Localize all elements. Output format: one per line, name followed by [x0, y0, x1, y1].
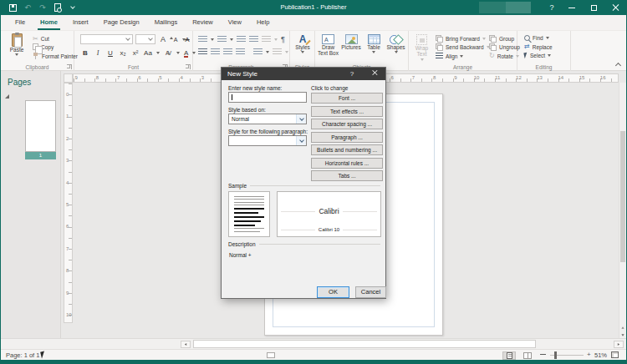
tab-mailings[interactable]: Mailings — [147, 15, 186, 30]
subscript-button[interactable]: x₂ — [119, 48, 127, 58]
wrap-text-button[interactable]: Wrap Text — [411, 34, 432, 61]
bullets-numbering-button[interactable]: Bullets and numbering ... — [311, 144, 383, 155]
bring-forward-button[interactable]: Bring Forward — [436, 35, 486, 43]
clear-formatting-button[interactable]: A — [183, 34, 191, 44]
vertical-scrollbar-thumb[interactable] — [620, 131, 625, 262]
group-button[interactable]: Group — [489, 35, 514, 43]
styles-button[interactable]: A Styles — [292, 34, 314, 53]
horizontal-rules-button[interactable]: Horizontal rules ... — [311, 158, 383, 169]
customize-qat-button[interactable] — [68, 3, 78, 13]
tab-insert[interactable]: Insert — [65, 15, 96, 30]
format-painter-button[interactable]: Format Painter — [33, 53, 78, 59]
show-formatting-button[interactable]: ¶ — [281, 35, 285, 43]
scroll-up-button[interactable] — [619, 324, 626, 331]
find-button[interactable]: Find — [524, 35, 549, 41]
font-size-combobox[interactable] — [135, 34, 155, 44]
dialog-title-bar[interactable]: New Style ? — [222, 68, 385, 80]
single-page-view-button[interactable] — [502, 351, 516, 360]
vertical-ruler[interactable]: 012345678910 — [64, 83, 73, 323]
character-spacing-button[interactable]: AV — [164, 48, 172, 58]
scroll-down-button[interactable] — [619, 331, 626, 338]
zoom-level[interactable]: 51% — [594, 351, 607, 359]
close-button[interactable] — [604, 0, 626, 15]
style-name-input[interactable] — [228, 92, 307, 103]
font-button[interactable]: Font ... — [311, 93, 383, 104]
increase-indent-icon[interactable] — [249, 36, 258, 43]
cut-button[interactable]: ✂Cut — [33, 35, 49, 43]
collapse-ribbon-icon[interactable] — [615, 63, 621, 68]
arrow-up-icon — [621, 326, 624, 328]
align-button[interactable]: Align — [436, 53, 463, 60]
ungroup-button[interactable]: Ungroup — [489, 43, 520, 51]
columns-icon[interactable] — [262, 36, 271, 43]
decrease-indent-icon[interactable] — [237, 36, 246, 43]
tab-home[interactable]: Home — [33, 15, 65, 30]
zoom-in-button[interactable]: + — [587, 351, 591, 358]
redo-button[interactable]: ↷ — [38, 3, 48, 13]
fit-page-icon[interactable] — [611, 351, 619, 358]
dialog-help-button[interactable]: ? — [345, 68, 359, 80]
maximize-button[interactable] — [583, 0, 604, 15]
draw-text-box-button[interactable]: A Draw Text Box — [317, 34, 339, 57]
two-page-view-button[interactable] — [521, 351, 534, 360]
horizontal-scrollbar[interactable] — [1, 338, 626, 349]
vertical-scrollbar[interactable] — [619, 83, 626, 338]
zoom-slider-thumb[interactable] — [554, 351, 557, 359]
based-on-combobox[interactable]: Normal — [228, 114, 307, 124]
minimize-button[interactable] — [561, 0, 583, 15]
tab-file[interactable]: File — [8, 15, 33, 30]
dialog-launcher-icon[interactable] — [186, 64, 191, 69]
font-color-button[interactable]: A — [184, 49, 188, 57]
shapes-button[interactable]: Shapes — [385, 34, 407, 53]
select-button[interactable]: Select — [524, 53, 551, 58]
paste-button[interactable]: Paste — [6, 33, 28, 56]
change-case-button[interactable]: Aa — [144, 48, 152, 58]
rotate-button[interactable]: ↻Rotate — [489, 53, 519, 59]
justify-icon[interactable] — [236, 48, 245, 56]
ok-button[interactable]: OK — [317, 286, 349, 298]
page-thumbnail[interactable]: 1 — [25, 100, 56, 152]
superscript-button[interactable]: x² — [131, 48, 140, 58]
zoom-out-button[interactable] — [540, 354, 546, 355]
align-right-icon[interactable] — [223, 48, 232, 56]
underline-button[interactable]: U — [106, 48, 115, 58]
pictures-button[interactable]: Pictures — [339, 34, 363, 50]
horizontal-scrollbar-thumb[interactable] — [193, 340, 536, 348]
page-indicator[interactable]: Page: 1 of 1 — [6, 351, 39, 359]
dialog-close-button[interactable] — [367, 68, 382, 80]
tab-help[interactable]: Help — [249, 15, 277, 30]
tab-review[interactable]: Review — [185, 15, 221, 30]
borders-icon[interactable] — [273, 48, 282, 56]
table-button[interactable]: Table — [363, 34, 385, 53]
align-left-icon[interactable] — [198, 48, 207, 56]
bullets-icon[interactable] — [198, 36, 207, 43]
cancel-button[interactable]: Cancel — [355, 286, 386, 298]
scroll-right-button[interactable] — [614, 341, 624, 348]
dialog-launcher-icon[interactable] — [67, 64, 72, 69]
tab-page-design[interactable]: Page Design — [96, 15, 147, 30]
send-backward-button[interactable]: Send Backward — [436, 43, 490, 51]
save-button[interactable] — [8, 3, 18, 13]
undo-button[interactable]: ↶ — [23, 3, 33, 13]
account-area[interactable] — [479, 2, 531, 13]
text-effects-button[interactable]: Text effects ... — [311, 106, 383, 117]
character-spacing-button[interactable]: Character spacing ... — [311, 119, 383, 129]
tab-view[interactable]: View — [221, 15, 249, 30]
ribbon-tab-row: File Home Insert Page Design Mailings Re… — [1, 15, 626, 31]
numbering-icon[interactable] — [217, 36, 227, 43]
bold-button[interactable]: B — [81, 48, 89, 58]
align-center-icon[interactable] — [211, 48, 220, 56]
italic-button[interactable]: I — [94, 48, 102, 58]
scroll-left-button[interactable] — [181, 341, 191, 348]
ribbon-display-button[interactable]: ? — [543, 0, 561, 15]
copy-button[interactable]: Copy — [33, 43, 54, 50]
line-spacing-icon[interactable] — [253, 48, 263, 56]
print-preview-button[interactable] — [53, 3, 63, 13]
collapse-panel-icon[interactable] — [5, 94, 9, 99]
title-bar: ↶ ↷ Publication1 - Publisher ? — [1, 0, 626, 15]
paragraph-button[interactable]: Paragraph ... — [311, 132, 383, 143]
tabs-button[interactable]: Tabs ... — [311, 170, 383, 181]
following-paragraph-combobox[interactable] — [228, 135, 307, 146]
replace-button[interactable]: ⇄Replace — [524, 43, 553, 50]
font-name-combobox[interactable] — [80, 34, 133, 44]
